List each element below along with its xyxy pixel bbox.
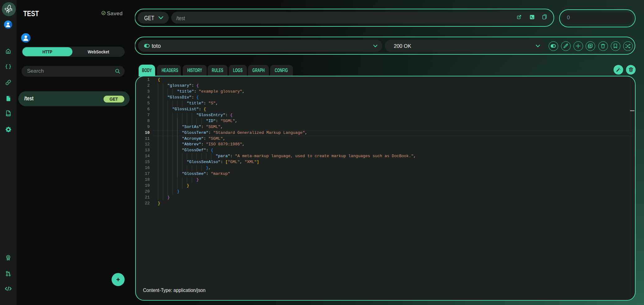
svg-text:JSON: JSON	[6, 114, 11, 116]
